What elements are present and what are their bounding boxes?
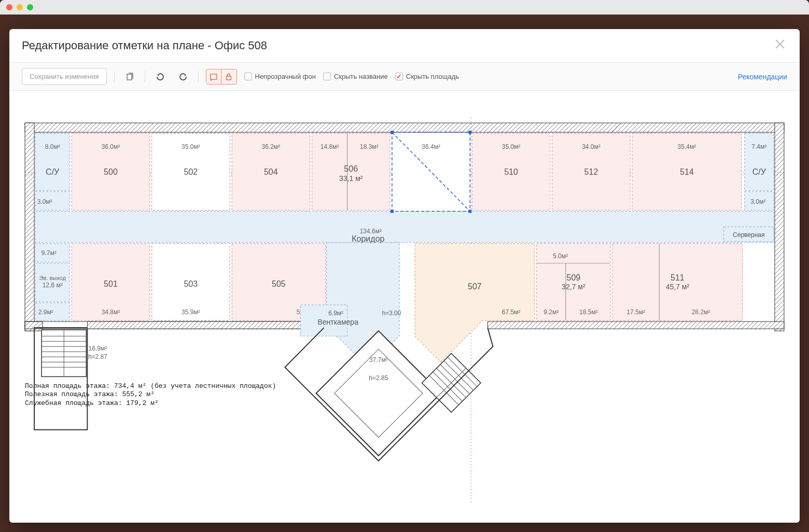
room-area: 6.9м² [328,310,343,317]
resize-handle[interactable] [468,131,471,134]
room-label: 501 [104,279,118,288]
room-label: 507 [468,282,482,291]
room-label: 511 [671,273,685,282]
room-sub-area: 45,7 м² [666,283,690,291]
mode-group [206,69,237,85]
room-area: 2.9м² [38,309,53,316]
mac-titlebar [0,0,809,15]
room-sub-area: 32,7 м² [562,283,585,291]
redo-icon[interactable] [175,69,191,85]
h-label: h=2.87 [88,353,107,360]
room-area: 34.8м² [102,309,120,316]
room-label: 506 [344,164,358,173]
checkbox-icon [323,73,331,80]
minimize-window-dot[interactable] [17,4,23,10]
checkbox-label: Скрыть название [334,73,388,80]
corridor[interactable] [35,212,774,243]
modal-header: Редактирование отметки на плане - Офис 5… [9,29,800,63]
room-sub-area: 33,1 м² [339,174,363,183]
room-area: 37.7м² [369,356,388,363]
room-label: 503 [184,279,198,288]
svg-rect-2 [227,76,231,80]
room-area: 35.4м² [678,143,696,150]
resize-handle[interactable] [468,210,471,213]
plan-editor-modal: Редактирование отметки на плане - Офис 5… [9,29,800,523]
opaque-bg-checkbox[interactable]: Непрозрачный фон [244,73,316,80]
stairwell-left [41,330,86,376]
svg-rect-0 [127,74,132,80]
wall [25,123,784,132]
room-label: 500 [104,167,118,176]
floor-plan-svg[interactable]: 8.0м² С/У 3.0м² 7.4м² С/У 3.0м² Серверна… [15,106,794,523]
modal-title: Редактирование отметки на плане - Офис 5… [22,39,267,52]
room-area: 36.2м² [261,143,280,150]
room-area: 18.3м² [360,143,379,150]
room-label: 510 [504,167,518,176]
room-wc-left[interactable] [35,133,69,190]
divider [145,71,145,82]
checkbox-label: Непрозрачный фон [255,73,316,80]
wall [87,321,331,329]
h-label: h=2.85 [369,374,388,382]
wall [25,123,34,331]
close-window-dot[interactable] [6,4,12,10]
checkbox-icon [395,73,403,80]
checkbox-icon [244,73,252,80]
room-area: 12,6 м² [43,282,63,289]
footer-line: Служебная площадь этажа: 179,2 м² [25,399,159,407]
room-label: 502 [184,167,198,176]
room-label: 514 [680,167,694,176]
h-label: h=3.00 [382,310,401,317]
floor-plan-canvas[interactable]: 8.0м² С/У 3.0м² 7.4м² С/У 3.0м² Серверна… [9,91,800,523]
close-icon[interactable] [773,38,787,53]
footer-line: Полезная площадь этажа: 555,2 м² [25,390,155,398]
footer-line: Полная площадь этажа: 734,4 м² (без учет… [25,382,276,390]
resize-handle[interactable] [390,210,394,213]
room-area: 35.0м² [182,143,200,150]
room-area: 35.0м² [502,143,521,150]
room-507[interactable] [415,244,535,362]
checkbox-label: Скрыть площадь [406,73,459,80]
lobby [316,331,441,456]
divider [114,71,115,82]
wall [775,123,784,331]
room-area: 28.2м² [692,309,710,316]
room-area: 8.0м² [45,143,60,150]
room-area: 7.4м² [751,143,766,150]
room-area: 36.4м² [422,143,440,150]
hide-area-checkbox[interactable]: Скрыть площадь [395,73,459,80]
maximize-window-dot[interactable] [27,4,33,10]
room-area: 67.5м² [502,309,521,316]
room-label: 512 [584,167,598,176]
wall [487,321,784,329]
room-wc-right[interactable] [745,133,774,190]
resize-handle[interactable] [390,131,394,134]
svg-rect-1 [211,74,217,79]
room-area: 5.0м² [553,253,568,260]
room-label: С/У [46,167,60,176]
hide-name-checkbox[interactable]: Скрыть название [323,73,388,80]
room-area: 9.2м² [543,309,559,316]
draw-rect-icon[interactable] [206,69,221,85]
room-area: 35.9м² [182,309,200,316]
room-area: 16.9м² [89,345,107,352]
toolbar: Сохранить изменения Непрозрачный фон [9,63,800,91]
room-label: С/У [752,167,766,176]
undo-icon[interactable] [152,69,168,85]
divider [198,71,199,82]
room-area: 36.0м² [102,143,120,150]
room-label: Венткамера [317,318,358,326]
save-button[interactable]: Сохранить изменения [22,68,107,85]
room-label: Серверная [733,231,764,239]
room-area: 3.0м² [37,198,52,205]
room-label: Эв. выход [39,275,66,281]
lock-icon[interactable] [221,69,237,85]
room-label: 505 [272,279,286,288]
corridor-label: Коридор [352,234,384,243]
room-label: 509 [566,273,580,282]
recommendations-link[interactable]: Рекомендации [738,73,787,81]
room-area: 3.0м² [750,198,765,205]
room-area: 34.0м² [582,143,601,150]
room-area: 17.5м² [626,309,645,316]
copy-icon[interactable] [122,69,137,85]
